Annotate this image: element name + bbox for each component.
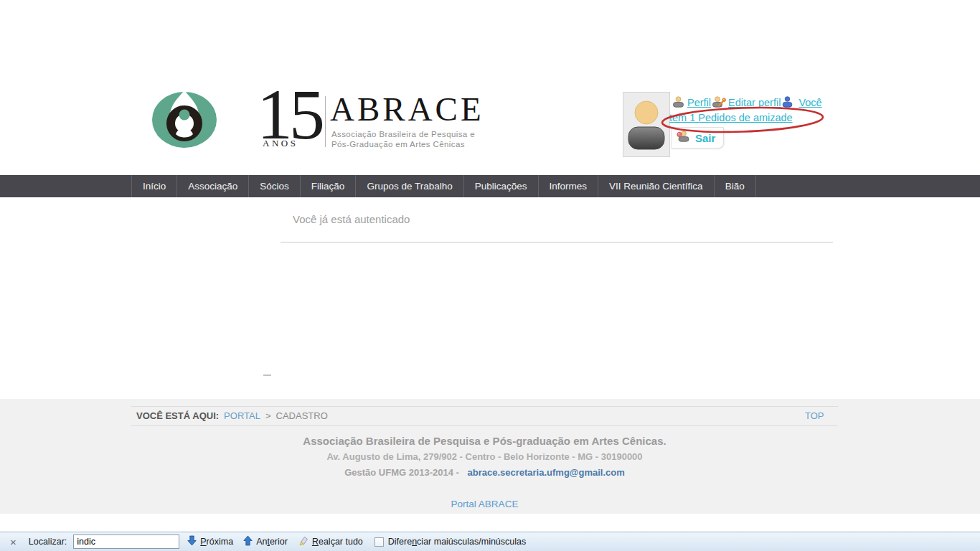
- auth-message: Você já está autenticado: [293, 213, 410, 225]
- breadcrumb-portal-link[interactable]: PORTAL: [224, 410, 260, 421]
- logo-tagline-line2: Pós-Graduação em Artes Cênicas: [331, 140, 475, 150]
- highlighter-icon: [298, 535, 308, 548]
- find-bar: × Localizar: Próxima Anterior Realçar tu…: [0, 532, 980, 551]
- logo-divider: [325, 96, 326, 147]
- main-nav: Início Associação Sócios Filiação Grupos…: [0, 175, 980, 197]
- close-icon[interactable]: ×: [10, 537, 17, 547]
- footer-gestao: Gestão UFMG 2013-2014 - abrace.secretari…: [131, 467, 838, 478]
- perfil-link[interactable]: Perfil: [687, 97, 711, 108]
- nav-item-associacao[interactable]: Associação: [176, 175, 248, 197]
- nav-item-publicacoes[interactable]: Publicações: [463, 175, 538, 197]
- friend-requests-link-line2[interactable]: tem 1 Pedidos de amizade: [669, 112, 793, 123]
- nav-item-informes[interactable]: Informes: [538, 175, 598, 197]
- highlight-all-button[interactable]: Realçar tudo: [298, 535, 363, 548]
- breadcrumb-label: VOCÊ ESTÁ AQUI:: [136, 410, 219, 421]
- person-icon: [672, 96, 684, 110]
- friend-requests-link[interactable]: Você: [798, 97, 821, 108]
- match-case-label: Diferenciar maiúsculas/minúsculas: [388, 537, 526, 547]
- editar-perfil-link[interactable]: Editar perfil: [728, 97, 781, 108]
- sair-menu-box: Sair: [671, 127, 724, 149]
- logo-wordmark: ABRACE: [330, 90, 484, 128]
- nav-item-grupos-de-trabalho[interactable]: Grupos de Trabalho: [355, 175, 463, 197]
- stray-dash: [263, 375, 271, 376]
- nav-item-biao[interactable]: Bião: [714, 175, 756, 197]
- footer-email-link[interactable]: abrace.secretaria.ufmg@gmail.com: [467, 467, 624, 478]
- match-case-checkbox[interactable]: [374, 537, 384, 547]
- nav-item-vii-reuniao-cientifica[interactable]: VII Reunião Científica: [598, 175, 714, 197]
- match-case-control: Diferenciar maiúsculas/minúsculas: [374, 537, 526, 547]
- nav-item-filiacao[interactable]: Filiação: [300, 175, 356, 197]
- footer-association-name: Associação Brasileira de Pesquisa e Pós-…: [131, 435, 838, 447]
- top-link[interactable]: TOP: [805, 410, 824, 421]
- friend-requests-link-line2-wrap: tem 1 Pedidos de amizade: [669, 112, 793, 123]
- find-next-label: Próxima: [200, 537, 233, 547]
- person-blue-icon: [782, 96, 793, 110]
- nav-item-socios[interactable]: Sócios: [248, 175, 300, 197]
- footer-address: Av. Augusto de Lima, 279/902 - Centro - …: [131, 451, 838, 462]
- find-input[interactable]: [73, 534, 179, 549]
- main-nav-list: Início Associação Sócios Filiação Grupos…: [131, 175, 980, 197]
- portal-abrace-row: Portal ABRACE: [131, 497, 838, 510]
- logo-icon: [151, 90, 217, 149]
- find-prev-button[interactable]: Anterior: [243, 535, 288, 548]
- highlight-all-label: Realçar tudo: [312, 537, 363, 547]
- abrace-logo-mark: [151, 90, 217, 149]
- footer-gestao-text: Gestão UFMG 2013-2014 -: [344, 467, 459, 478]
- breadcrumb-bottom-divider: [131, 425, 838, 426]
- logo-anos-label: ANOS: [263, 138, 298, 149]
- avatar[interactable]: [623, 92, 670, 157]
- logo-tagline-line1: Associação Brasileira de Pesquisa e: [331, 130, 475, 140]
- logo-tagline: Associação Brasileira de Pesquisa e Pós-…: [331, 130, 475, 149]
- breadcrumb-top-divider: [131, 406, 838, 407]
- breadcrumb: VOCÊ ESTÁ AQUI: PORTAL > CADASTRO: [136, 410, 328, 421]
- find-prev-label: Anterior: [256, 537, 288, 547]
- portal-abrace-link[interactable]: Portal ABRACE: [451, 499, 519, 509]
- nav-item-inicio[interactable]: Início: [131, 175, 176, 197]
- breadcrumb-current: CADASTRO: [276, 410, 328, 421]
- person-wrench-icon: [712, 96, 726, 110]
- down-arrow-icon: [187, 535, 197, 548]
- find-next-button[interactable]: Próxima: [187, 535, 233, 548]
- up-arrow-icon: [243, 535, 253, 548]
- person-logout-icon: [677, 131, 689, 145]
- breadcrumb-separator: >: [265, 410, 271, 421]
- sair-link[interactable]: Sair: [695, 132, 715, 144]
- profile-links-row: Perfil Editar perfil Você: [672, 95, 822, 110]
- content-divider: [281, 242, 833, 242]
- find-label: Localizar:: [29, 537, 67, 547]
- avatar-person-icon: [623, 93, 669, 156]
- footer-text: Associação Brasileira de Pesquisa e Pós-…: [131, 435, 838, 510]
